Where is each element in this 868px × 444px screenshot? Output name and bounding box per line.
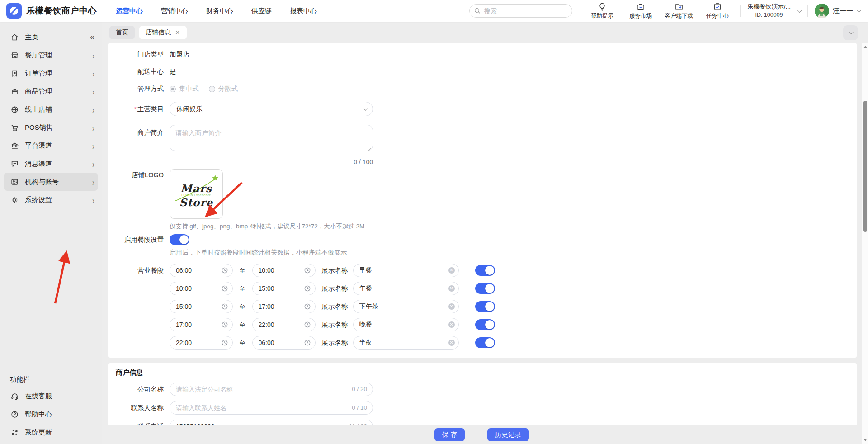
bulb-icon: [598, 2, 607, 11]
sidebar-item-platform-channels[interactable]: 平台渠道 ›: [0, 137, 102, 155]
cart-icon: [10, 123, 19, 132]
save-button[interactable]: 保 存: [434, 428, 465, 441]
tab-store-info[interactable]: 店铺信息 ✕: [139, 26, 187, 39]
sidebar-item-org-accounts[interactable]: 机构与账号 ›: [4, 173, 98, 191]
company-name-input[interactable]: [170, 383, 373, 396]
field-label: 店铺LOGO: [113, 169, 164, 179]
collapse-sidebar-icon[interactable]: «: [90, 33, 94, 42]
clear-icon[interactable]: ✕: [448, 321, 455, 328]
tab-bar: 首页 店铺信息 ✕: [102, 22, 868, 43]
radio-centralized[interactable]: 集中式: [170, 85, 199, 93]
sidebar-item-message-channels[interactable]: 消息渠道 ›: [0, 155, 102, 173]
clock-icon: [304, 321, 311, 328]
display-name-label: 展示名称: [322, 266, 348, 275]
chevron-down-icon: [363, 106, 368, 111]
store-type-value: 加盟店: [170, 50, 189, 59]
clear-icon[interactable]: ✕: [448, 285, 455, 292]
chevron-right-icon: ›: [92, 104, 94, 115]
scroll-up-arrow[interactable]: [863, 46, 867, 48]
scrollbar-thumb[interactable]: [863, 101, 867, 232]
user-menu[interactable]: 汪一一: [815, 4, 860, 18]
meal-row-toggle[interactable]: [475, 301, 495, 312]
sidebar-item-help-center[interactable]: 帮助中心: [0, 405, 102, 423]
chevron-down-icon: [849, 30, 854, 34]
chevron-down-icon: [857, 8, 861, 13]
intro-textarea[interactable]: [170, 125, 373, 151]
field-label: 管理方式: [113, 85, 164, 93]
search-icon: [474, 7, 481, 14]
home-icon: [10, 33, 19, 42]
nav-finance[interactable]: 财务中心: [206, 7, 233, 15]
clear-icon[interactable]: ✕: [448, 303, 455, 310]
help-tips-button[interactable]: 帮助提示: [586, 2, 618, 20]
divider: [740, 5, 741, 17]
meal-row-toggle[interactable]: [475, 337, 495, 348]
search-input[interactable]: [469, 4, 572, 18]
sidebar-item-system-settings[interactable]: 系统设置 ›: [0, 191, 102, 209]
tab-home[interactable]: 首页: [109, 26, 135, 39]
user-name: 汪一一: [833, 7, 853, 15]
close-icon[interactable]: ✕: [175, 29, 180, 36]
tab-list-dropdown-button[interactable]: [843, 25, 858, 40]
service-market-button[interactable]: 服务市场: [625, 2, 656, 20]
nav-operations[interactable]: 运营中心: [116, 7, 143, 15]
section-title: 商户信息: [108, 368, 857, 377]
field-label: 配送中心: [113, 67, 164, 76]
category-select[interactable]: 休闲娱乐: [170, 102, 373, 116]
sidebar-item-orders[interactable]: 订单管理 ›: [0, 64, 102, 82]
bank-icon: [10, 141, 19, 150]
radio-decentralized[interactable]: 分散式: [209, 85, 238, 93]
nav-marketing[interactable]: 营销中心: [161, 7, 188, 15]
meal-name-input[interactable]: [353, 318, 459, 331]
sidebar-item-online-support[interactable]: 在线客服: [0, 387, 102, 405]
client-download-button[interactable]: 客户端下载: [663, 2, 695, 20]
sidebar-item-products[interactable]: 商品管理 ›: [0, 82, 102, 100]
clock-icon: [221, 321, 228, 328]
meal-row-toggle[interactable]: [475, 265, 495, 276]
field-label: 启用餐段设置: [113, 236, 164, 244]
merchant-name: 乐檬餐饮演示/...: [747, 3, 791, 11]
meal-period-toggle[interactable]: [170, 234, 189, 245]
chevron-right-icon: ›: [92, 158, 94, 169]
meal-name-input[interactable]: [353, 282, 459, 295]
meal-name-input[interactable]: [353, 300, 459, 313]
sidebar-item-online-store[interactable]: 线上店铺 ›: [0, 100, 102, 118]
delivery-center-value: 是: [170, 67, 176, 76]
contact-name-input[interactable]: [170, 401, 373, 415]
globe-icon: [10, 105, 19, 114]
meal-name-input[interactable]: [353, 264, 459, 277]
sidebar-item-pos-sales[interactable]: POS销售 ›: [0, 118, 102, 137]
company-name-counter: 0 / 20: [352, 386, 367, 392]
sidebar-section-label: 功能栏: [0, 372, 102, 387]
nav-reports[interactable]: 报表中心: [290, 7, 317, 15]
merchant-id: ID: 100009: [747, 11, 791, 19]
store-settings-card: 门店类型 加盟店 配送中心 是 管理方式 集中式 分散式 *主营类目 休闲娱乐: [108, 43, 857, 358]
field-label: 公司名称: [113, 385, 164, 394]
clock-icon: [221, 267, 228, 274]
meal-row-toggle[interactable]: [475, 283, 495, 294]
task-center-button[interactable]: 任务中心: [702, 2, 733, 20]
chevron-right-icon: ›: [92, 122, 94, 133]
clock-icon: [221, 303, 228, 310]
merchant-switcher[interactable]: 乐檬餐饮演示/... ID: 100009: [747, 3, 791, 19]
sidebar-item-restaurant[interactable]: 餐厅管理 ›: [0, 46, 102, 64]
sidebar-item-home[interactable]: 主页 «: [0, 28, 102, 46]
clear-icon[interactable]: ✕: [448, 267, 455, 274]
store-logo-upload[interactable]: Mars LEMON Experience Store: [170, 169, 223, 219]
primary-nav: 运营中心 营销中心 财务中心 供应链 报表中心: [116, 7, 317, 15]
store-logo-image: Mars LEMON Experience Store: [179, 183, 213, 208]
meal-row-toggle[interactable]: [475, 319, 495, 330]
radio-unselected-icon: [209, 86, 215, 92]
vertical-scrollbar[interactable]: [862, 43, 868, 444]
clear-icon[interactable]: ✕: [448, 340, 455, 346]
history-button[interactable]: 历史记录: [487, 428, 529, 441]
to-label: 至: [239, 266, 246, 275]
meal-toggle-hint: 启用后，下单时按照餐段时间统计相关数据，小程序端不做展示: [170, 249, 347, 257]
chevron-down-icon: [797, 8, 802, 13]
meal-name-input[interactable]: [353, 336, 459, 350]
clock-icon: [304, 303, 311, 310]
scroll-down-arrow[interactable]: [863, 439, 867, 441]
chevron-right-icon: ›: [92, 194, 94, 205]
nav-supply-chain[interactable]: 供应链: [251, 7, 272, 15]
sidebar-item-system-update[interactable]: 系统更新: [0, 423, 102, 441]
